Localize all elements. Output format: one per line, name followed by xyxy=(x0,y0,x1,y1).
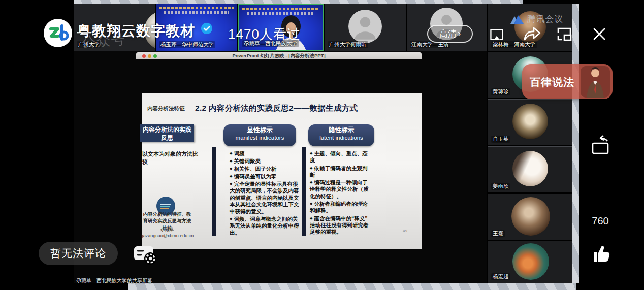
quality-label: 高清 xyxy=(439,28,457,40)
column-header-latent: 隐性标示 latent indications xyxy=(308,124,374,146)
slide-nav-item: 内容分析法特征 xyxy=(147,105,185,112)
screen-share-label: 尕藏草—西北民族大学的共享屏幕 xyxy=(76,277,152,284)
column-header-en: manifest indicators xyxy=(223,134,296,141)
account-logo-icon xyxy=(44,19,72,47)
window-frame-bottom xyxy=(128,283,576,290)
divider xyxy=(146,117,184,117)
account-name: 粤教翔云数字教材 xyxy=(77,21,195,41)
banner-text-line xyxy=(242,8,319,10)
participant-name: 姜雨欣 xyxy=(491,183,510,190)
slide-nav-item: 以文本为对象的方法比较 xyxy=(142,150,200,166)
decorative-bar xyxy=(212,147,216,236)
slide-footer-email: gazangcao@xbmu.edu.cn xyxy=(140,233,194,238)
banner-text-line xyxy=(164,11,229,14)
video-tile-heyuxin: 广州大学何雨昕 xyxy=(325,4,406,51)
avatar xyxy=(511,197,550,236)
comment-input-disabled[interactable]: 暂无法评论 xyxy=(39,242,118,265)
bullet-item: 关键词聚类 xyxy=(230,157,300,165)
comment-placeholder: 暂无法评论 xyxy=(50,246,106,261)
participant-name: 杨宏超 xyxy=(491,273,510,280)
maximize-window-icon xyxy=(153,54,157,58)
bullet-item: 依赖于编码者的主观判断 xyxy=(310,165,372,179)
bullet-item: 主题、倾向、重点、态度 xyxy=(310,150,372,164)
participant-name: 肖玉英 xyxy=(491,136,510,143)
quality-selector-button[interactable]: 高清 › xyxy=(427,25,473,43)
default-avatar-icon xyxy=(348,10,382,43)
bullet-item: 完全定量的显性标示具有很大的研究局限，不会涉及内容的侧重点、语言的内涵以及文本从… xyxy=(230,180,300,215)
cast-icon[interactable] xyxy=(489,26,505,43)
account-logo[interactable] xyxy=(44,19,72,47)
bullet-item: 编码过程是一种倾向于诠释学的释义性分析（质化的特征）。 xyxy=(310,179,372,200)
close-window-icon xyxy=(142,54,146,58)
avatar xyxy=(512,104,548,139)
thumbs-up-icon[interactable] xyxy=(591,244,612,263)
participant-name: 杨玉芹—华中师范大学 xyxy=(159,41,215,48)
video-tile-jiangyuxin: 姜雨欣 xyxy=(488,146,572,192)
video-tile-xiaoyuying: 肖玉英 xyxy=(488,99,572,145)
close-icon[interactable] xyxy=(592,26,607,42)
decorative-bar xyxy=(302,147,306,236)
column-header-cn: 显性标示 xyxy=(223,126,296,134)
latent-bullet-list: 主题、倾向、重点、态度 依赖于编码者的主观判断 编码过程是一种倾向于诠释学的释义… xyxy=(310,150,372,236)
slide-title: 2.2 内容分析法的实践反思2——数据生成方式 xyxy=(195,103,408,114)
live-stream-screen: 广州大学 杨玉芹—华中师范大学 尕藏草—西北民族大学 广州大学何雨昕 江南大学— xyxy=(0,0,644,290)
manifest-bullet-list: 词频 关键词聚类 相关性、因子分析 编码误差可以为零 完全定量的显性标示具有很大… xyxy=(230,150,300,237)
column-header-en: latent indications xyxy=(308,134,374,141)
video-tile-yanghongchao: 杨宏超 xyxy=(488,241,572,283)
ppt-slide: 内容分析法特征 内容分析法的实践反思 以文本为对象的方法比较 内容分析法的特征、… xyxy=(142,93,422,249)
bullet-item: 词频 xyxy=(230,150,300,157)
ad-badge-label: 百律说法 xyxy=(530,75,574,89)
slide-page-number: 49 xyxy=(403,229,407,233)
logo-stripe xyxy=(160,208,169,209)
danmaku-settings-icon[interactable] xyxy=(132,243,157,266)
tencent-meeting-label: 腾讯会议 xyxy=(527,13,563,25)
avatar xyxy=(512,243,549,280)
column-header-cn: 隐性标示 xyxy=(308,126,374,134)
video-tile-wangxi: 王熹 xyxy=(488,194,572,240)
window-frame-right xyxy=(572,4,579,283)
participant-name: 广州大学何雨昕 xyxy=(328,41,368,48)
bullet-item: 相关性、因子分析 xyxy=(230,165,300,172)
rotate-screen-icon[interactable] xyxy=(589,134,613,155)
tencent-meeting-logo-icon xyxy=(509,14,525,25)
bullet-item: 分析者和编码者的理论和解释。 xyxy=(310,200,372,214)
bullet-item: 编码误差可以为零 xyxy=(230,173,300,180)
logo-stripe xyxy=(160,204,171,205)
avatar xyxy=(512,151,548,186)
slide-footer-author: 尕藏草 xyxy=(143,227,191,233)
window-frame-top xyxy=(74,0,523,4)
logo-stripe xyxy=(160,206,170,207)
like-count: 760 xyxy=(589,215,611,227)
pip-icon[interactable] xyxy=(556,26,573,42)
view-count: 1470人看过 xyxy=(228,25,301,43)
ppt-window-titlebar: PowerPoint 幻灯片放映 - [内容分析法PPT] xyxy=(136,52,422,59)
participant-name: 王熹 xyxy=(491,230,505,237)
bullet-item: 蕴含在编码中的“释义”活动往往没有得到研究者足够的重视。 xyxy=(310,215,372,236)
lawyer-cartoon-icon xyxy=(581,66,610,98)
slide-nav-item-active: 内容分析法的实践反思 xyxy=(140,124,194,142)
ppt-window-title: PowerPoint 幻灯片放映 - [内容分析法PPT] xyxy=(136,52,422,59)
banner-text-line xyxy=(159,7,234,9)
bullet-item: 词频、词意与概念之间的关系无法从单纯的量化分析中得出。 xyxy=(230,215,300,236)
share-icon[interactable] xyxy=(523,24,541,42)
participant-name: 黄琼珍 xyxy=(491,88,510,95)
minimize-window-icon xyxy=(148,54,151,58)
ad-badge[interactable]: 百律说法 xyxy=(522,64,613,99)
tencent-meeting-watermark: 腾讯会议 xyxy=(509,13,563,25)
column-header-manifest: 显性标示 manifest indicators xyxy=(223,124,296,146)
verified-badge-icon xyxy=(201,23,212,34)
